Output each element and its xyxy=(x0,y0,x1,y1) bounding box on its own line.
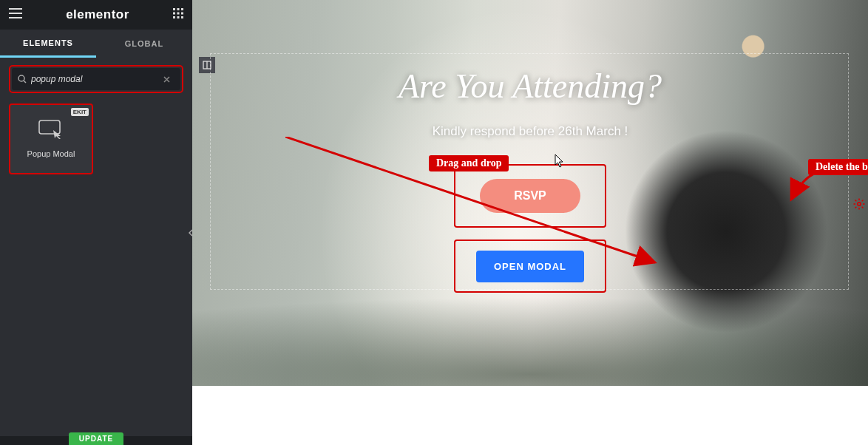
widget-label: Popup Modal xyxy=(27,149,75,158)
sidebar: elementor ELEMENTS GLOBAL EKIT xyxy=(0,0,192,445)
svg-rect-11 xyxy=(39,120,60,134)
svg-point-14 xyxy=(858,203,861,205)
app-logo: elementor xyxy=(66,7,129,22)
rsvp-button[interactable]: RSVP xyxy=(480,179,580,213)
page-title: Are You Attending? xyxy=(192,67,868,106)
tab-elements[interactable]: ELEMENTS xyxy=(0,30,96,58)
sidebar-topbar: elementor xyxy=(0,0,192,30)
svg-rect-3 xyxy=(173,13,175,15)
hero-section: Are You Attending? Kindly respond before… xyxy=(192,0,868,386)
search-box-highlight xyxy=(9,65,183,93)
svg-rect-1 xyxy=(177,8,180,10)
svg-line-10 xyxy=(24,81,26,83)
grid-icon[interactable] xyxy=(173,8,183,21)
svg-rect-7 xyxy=(177,16,180,18)
svg-point-9 xyxy=(18,75,24,81)
svg-rect-2 xyxy=(181,8,183,10)
popup-modal-icon xyxy=(38,120,64,142)
svg-rect-5 xyxy=(181,13,183,15)
search-icon xyxy=(18,75,27,84)
widget-badge: EKIT xyxy=(71,108,89,116)
open-modal-highlight: OPEN MODAL xyxy=(454,240,606,293)
widget-popup-modal[interactable]: EKIT Popup Modal xyxy=(9,103,93,174)
annotation-delete: Delete the button xyxy=(808,159,868,175)
page-subtitle: Kindly respond before 26th March ! xyxy=(192,124,868,139)
gear-icon[interactable] xyxy=(853,198,865,213)
tab-global[interactable]: GLOBAL xyxy=(96,30,192,58)
svg-line-22 xyxy=(862,200,864,202)
svg-line-21 xyxy=(855,207,857,208)
svg-rect-6 xyxy=(173,16,175,18)
search-input[interactable] xyxy=(31,74,163,84)
clear-search-icon[interactable] xyxy=(163,72,174,86)
cursor-icon xyxy=(555,154,565,171)
svg-rect-0 xyxy=(173,8,175,10)
sidebar-tabs: ELEMENTS GLOBAL xyxy=(0,30,192,58)
canvas: Are You Attending? Kindly respond before… xyxy=(192,0,868,445)
svg-rect-4 xyxy=(177,13,180,15)
svg-line-19 xyxy=(855,200,857,202)
sidebar-bottombar: UPDATE xyxy=(0,436,192,445)
svg-line-20 xyxy=(862,207,864,208)
annotation-drag-drop: Drag and drop xyxy=(429,155,509,171)
rsvp-highlight: RSVP xyxy=(454,164,606,228)
update-button[interactable]: UPDATE xyxy=(69,432,123,445)
svg-rect-8 xyxy=(181,16,183,18)
menu-icon[interactable] xyxy=(9,8,22,21)
open-modal-button[interactable]: OPEN MODAL xyxy=(476,251,584,282)
